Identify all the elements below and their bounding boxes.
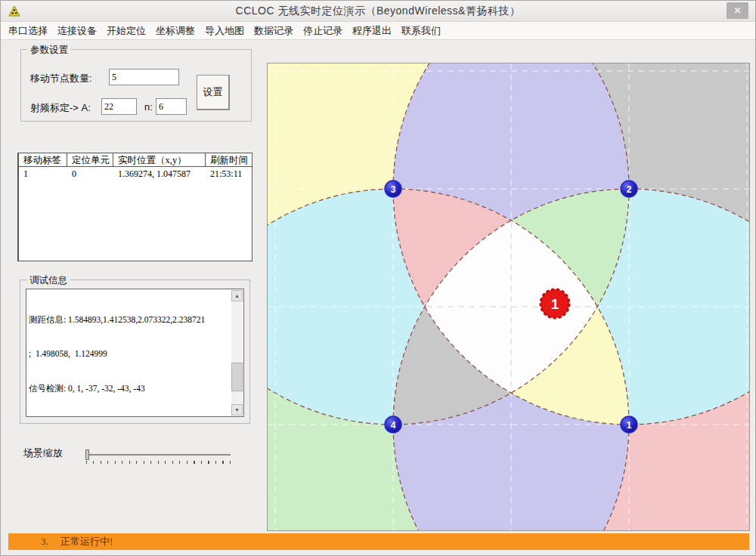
scrollbar-thumb[interactable]	[231, 363, 243, 391]
node-count-input[interactable]	[109, 69, 179, 85]
positioning-map-panel[interactable]: 3 2 4 1 1	[267, 63, 750, 531]
rf-n-input[interactable]	[156, 98, 187, 115]
status-bar: 3. 正常运行中!	[8, 533, 749, 550]
scroll-down-icon[interactable]: ▼	[231, 404, 243, 415]
title-bar: CCLOC 无线实时定位演示（BeyondWireless&菁扬科技） ✕	[1, 1, 755, 22]
svg-text:1: 1	[627, 420, 632, 431]
header-positioning-unit: 定位单元	[67, 153, 113, 166]
scene-zoom-label: 场景缩放	[23, 446, 63, 460]
menu-connect-device[interactable]: 连接设备	[53, 22, 101, 39]
app-window: CCLOC 无线实时定位演示（BeyondWireless&菁扬科技） ✕ 串口…	[0, 0, 756, 556]
rf-n-label: n:	[144, 101, 153, 113]
parameter-settings-legend: 参数设置	[27, 44, 71, 57]
svg-text:3: 3	[391, 184, 396, 195]
menu-start-positioning[interactable]: 开始定位	[102, 22, 150, 39]
menu-exit[interactable]: 程序退出	[348, 22, 396, 39]
debug-scrollbar[interactable]: ▲ ▼	[231, 290, 243, 415]
debug-info-group: 调试信息 测距信息: 1.584893,1.412538,2.073322,2.…	[20, 280, 250, 424]
header-realtime-position: 实时位置（x,y）	[113, 153, 206, 166]
slider-thumb[interactable]	[85, 449, 89, 460]
cell-realtime-position: 1.369274, 1.047587	[113, 167, 206, 180]
anchor-node-3: 3	[385, 181, 401, 197]
window-title: CCLOC 无线实时定位演示（BeyondWireless&菁扬科技）	[1, 5, 755, 18]
debug-log-text: 测距信息: 1.584893,1.412538,2.073322,2.23872…	[29, 291, 230, 415]
rf-calibration-label: 射频标定-> A:	[30, 101, 91, 115]
menu-coordinate-adjust[interactable]: 坐标调整	[151, 22, 200, 39]
svg-text:4: 4	[391, 420, 396, 431]
anchor-node-1: 1	[621, 416, 637, 433]
cell-mobile-tag: 1	[19, 167, 67, 180]
table-header-row: 移动标签 定位单元 实时位置（x,y） 刷新时间	[19, 153, 252, 167]
menu-contact-us[interactable]: 联系我们	[397, 22, 445, 39]
status-counter: 3.	[41, 536, 48, 547]
scroll-up-icon[interactable]: ▲	[231, 290, 243, 301]
node-count-label: 移动节点数量:	[30, 72, 92, 85]
svg-text:1: 1	[551, 296, 559, 312]
cell-refresh-time: 21:53:11	[206, 167, 252, 180]
cell-positioning-unit: 0	[67, 167, 113, 180]
menu-serial-port[interactable]: 串口选择	[4, 22, 52, 39]
mobile-node[interactable]: 1	[541, 289, 569, 318]
slider-track[interactable]	[85, 454, 231, 456]
status-message: 正常运行中!	[60, 536, 113, 547]
slider-ticks	[86, 461, 232, 464]
debug-info-legend: 调试信息	[26, 274, 70, 287]
rf-a-input[interactable]	[101, 98, 137, 115]
parameter-settings-group: 参数设置 移动节点数量: 射频标定-> A: n: 设置	[20, 49, 252, 122]
header-refresh-time: 刷新时间	[206, 153, 252, 166]
menu-bar: 串口选择 连接设备 开始定位 坐标调整 导入地图 数据记录 停止记录 程序退出 …	[1, 22, 755, 40]
menu-import-map[interactable]: 导入地图	[200, 22, 249, 39]
anchor-node-4: 4	[385, 416, 401, 433]
positioning-map-canvas: 3 2 4 1 1	[268, 63, 749, 530]
menu-data-record[interactable]: 数据记录	[249, 22, 298, 39]
tag-position-table[interactable]: 移动标签 定位单元 实时位置（x,y） 刷新时间 1 0 1.369274, 1…	[17, 153, 253, 261]
menu-stop-record[interactable]: 停止记录	[299, 22, 347, 39]
close-button[interactable]: ✕	[727, 2, 748, 19]
svg-text:2: 2	[627, 184, 632, 195]
anchor-node-2: 2	[621, 181, 637, 197]
header-mobile-tag: 移动标签	[19, 153, 67, 166]
table-row[interactable]: 1 0 1.369274, 1.047587 21:53:11	[19, 167, 252, 180]
set-button[interactable]: 设置	[197, 75, 230, 110]
debug-log-area[interactable]: 测距信息: 1.584893,1.412538,2.073322,2.23872…	[26, 289, 244, 417]
scene-zoom-slider[interactable]	[84, 448, 232, 465]
